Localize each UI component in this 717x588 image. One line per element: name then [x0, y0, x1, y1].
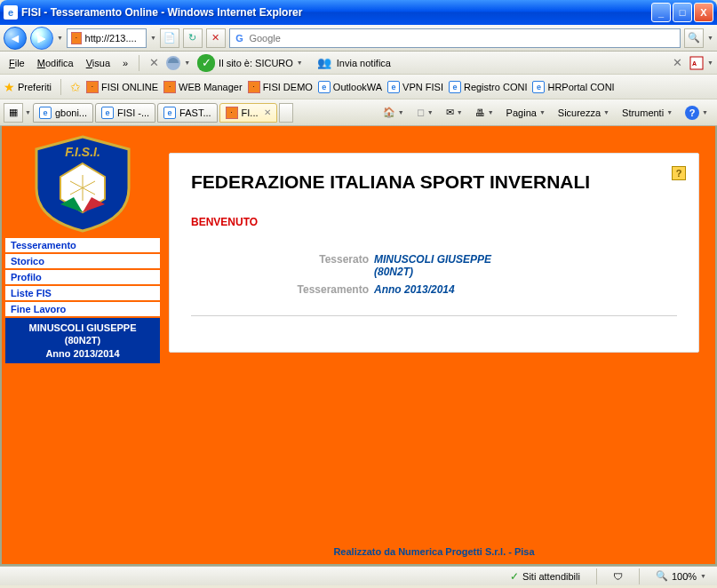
people-icon: 👥: [315, 54, 333, 72]
site-icon: ·: [71, 32, 82, 44]
sidebar-user-info: MINUSCOLI GIUSEPPE (80N2T) Anno 2013/201…: [5, 316, 160, 363]
stop-button[interactable]: ✕: [206, 28, 226, 48]
check-icon: ✓: [197, 54, 215, 72]
zoom-dropdown[interactable]: ▼: [700, 573, 706, 579]
fav-web-manager[interactable]: ·WEB Manager: [163, 81, 243, 93]
tab-fast[interactable]: eFAST...: [157, 103, 217, 123]
favorites-bar: ★ Preferiti ✩ ·FISI ONLINE ·WEB Manager …: [0, 75, 717, 99]
quick-tabs-button[interactable]: ▦: [4, 103, 23, 123]
ie-icon: e: [318, 81, 331, 93]
site-icon: ·: [86, 81, 99, 93]
menu-file[interactable]: File: [4, 56, 30, 70]
welcome-label: BENVENUTO: [191, 216, 677, 228]
ie-icon: e: [163, 107, 176, 119]
compat-button[interactable]: 📄: [160, 28, 179, 48]
pdf-dropdown[interactable]: ▼: [707, 60, 713, 66]
window-title: FISI - Tesseramento Online - Windows Int…: [21, 6, 651, 19]
sidebar-profilo[interactable]: Profilo: [5, 268, 160, 284]
feeds-button[interactable]: ◻▼: [411, 105, 439, 120]
user-anno: Anno 2013/2014: [7, 347, 158, 360]
tesseramento-value: Anno 2013/2014: [374, 283, 455, 296]
site-icon: ·: [248, 81, 260, 93]
separator: [139, 55, 139, 71]
forward-button[interactable]: ►: [30, 27, 53, 50]
refresh-button[interactable]: ↻: [183, 28, 203, 48]
search-box[interactable]: G: [229, 28, 681, 48]
sidebar-tesseramento[interactable]: Tesseramento: [5, 238, 160, 252]
separator: [639, 568, 640, 584]
tools-menu[interactable]: Strumenti▼: [617, 106, 678, 120]
content-card: ? FEDERAZIONE ITALIANA SPORT INVERNALI B…: [169, 153, 699, 353]
tesserato-label: Tesserato: [262, 253, 369, 278]
fav-registro[interactable]: eRegistro CONI: [449, 81, 528, 93]
maximize-button[interactable]: □: [673, 3, 692, 22]
help-icon: ?: [685, 106, 699, 120]
back-button[interactable]: ◄: [4, 27, 27, 50]
page-footer: Realizzato da Numerica Progetti S.r.l. -…: [169, 543, 699, 560]
fav-vpn[interactable]: eVPN FISI: [387, 81, 443, 93]
wot-icon[interactable]: [164, 54, 182, 72]
favorites-button[interactable]: ★ Preferiti: [4, 80, 52, 94]
search-input[interactable]: [249, 33, 676, 44]
tab-gboni[interactable]: egboni...: [33, 103, 93, 123]
new-tab-button[interactable]: [279, 103, 293, 123]
info-row-tesseramento: Tesseramento Anno 2013/2014: [262, 283, 677, 296]
zoom-icon: 🔍: [656, 570, 668, 582]
sidebar-liste-fis[interactable]: Liste FIS: [5, 284, 160, 300]
nav-history-dropdown[interactable]: ▼: [57, 35, 63, 41]
search-dropdown[interactable]: ▼: [707, 35, 713, 41]
sidebar-storico[interactable]: Storico: [5, 252, 160, 268]
sidebar-fine-lavoro[interactable]: Fine Lavoro: [5, 300, 160, 316]
trusted-sites-indicator[interactable]: ✓ Siti attendibili: [505, 570, 586, 583]
tab-fi-active[interactable]: ·FI...✕: [219, 103, 277, 123]
menu-more[interactable]: »: [117, 56, 133, 70]
main-area: ? FEDERAZIONE ITALIANA SPORT INVERNALI B…: [163, 126, 715, 564]
star-icon: ★: [4, 80, 15, 94]
tesseramento-label: Tesseramento: [262, 283, 369, 296]
window-buttons: _ □ X: [651, 3, 713, 22]
pdf-icon[interactable]: A: [688, 54, 705, 72]
page-menu[interactable]: Pagina▼: [501, 106, 551, 120]
safe-dropdown: ▼: [297, 60, 303, 66]
delete-icon[interactable]: ✕: [145, 54, 163, 72]
command-bar: 🏠▼ ◻▼ ✉▼ 🖶▼ Pagina▼ Sicurezza▼ Strumenti…: [378, 104, 713, 122]
fisi-logo: F.I.S.I.: [29, 135, 136, 233]
close-toolbar-icon[interactable]: ✕: [668, 54, 686, 72]
menu-visua[interactable]: Visua: [81, 56, 116, 70]
security-menu[interactable]: Sicurezza▼: [553, 106, 615, 120]
address-bar[interactable]: ·: [67, 28, 147, 48]
status-bar: ✓ Siti attendibili 🛡 🔍 100% ▼: [0, 566, 717, 585]
home-button[interactable]: 🏠▼: [378, 105, 410, 120]
ie-icon: e: [101, 107, 114, 119]
wot-dropdown[interactable]: ▼: [184, 60, 190, 66]
window-titlebar: e FISI - Tesseramento Online - Windows I…: [0, 0, 717, 25]
close-tab-icon[interactable]: ✕: [264, 107, 271, 117]
sidebar-menu: Tesseramento Storico Profilo Liste FIS F…: [5, 238, 160, 363]
notify-button[interactable]: 👥 Invia notifica: [310, 52, 396, 74]
print-button[interactable]: 🖶▼: [470, 106, 499, 120]
zoom-control[interactable]: 🔍 100% ▼: [650, 570, 712, 582]
site-icon: ·: [163, 81, 176, 93]
mail-button[interactable]: ✉▼: [441, 105, 468, 120]
minimize-button[interactable]: _: [651, 3, 671, 22]
close-button[interactable]: X: [694, 3, 713, 22]
mail-icon: ✉: [446, 107, 454, 118]
site-safe-indicator[interactable]: ✓ Il sito è: SICURO ▼: [192, 52, 308, 74]
trusted-label: Siti attendibili: [522, 571, 580, 582]
google-icon: G: [234, 32, 246, 44]
address-dropdown[interactable]: ▼: [150, 35, 156, 41]
notify-label: Invia notifica: [337, 58, 391, 68]
help-button[interactable]: ?: [672, 166, 686, 180]
menu-modifica[interactable]: Modifica: [32, 56, 79, 70]
fav-hrportal[interactable]: eHRPortal CONI: [532, 81, 614, 93]
protected-mode-indicator[interactable]: 🛡: [608, 571, 628, 582]
address-input[interactable]: [85, 33, 142, 44]
fav-outlook[interactable]: eOutlookWA: [318, 81, 382, 93]
search-button[interactable]: 🔍: [684, 28, 704, 48]
add-favorite-button[interactable]: ✩: [70, 80, 81, 94]
fav-fisi-demo[interactable]: ·FISI DEMO: [248, 81, 313, 93]
tab-fisi[interactable]: eFISI -...: [95, 103, 155, 123]
fav-fisi-online[interactable]: ·FISI ONLINE: [86, 81, 158, 93]
help-menu[interactable]: ?▼: [680, 104, 713, 122]
tabs-dropdown[interactable]: ▼: [25, 109, 31, 115]
